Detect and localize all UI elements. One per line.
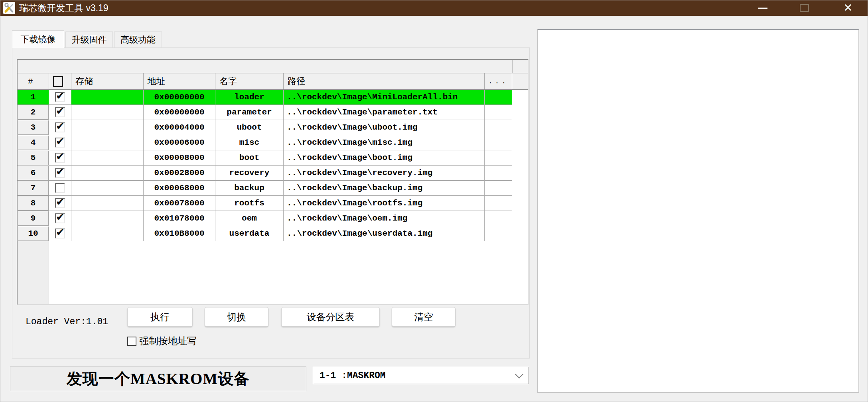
clear-button[interactable]: 清空 [392,307,456,327]
row-checkbox[interactable] [55,183,65,193]
address-cell[interactable]: 0x01078000 [144,211,215,226]
name-cell[interactable]: loader [215,90,284,105]
address-cell[interactable]: 0x00004000 [144,120,215,135]
row-checkbox[interactable]: ✔ [55,92,65,102]
row-checkbox[interactable]: ✔ [55,107,65,117]
address-cell[interactable]: 0x00078000 [144,196,215,211]
name-cell[interactable]: userdata [215,226,284,241]
row-checkbox-cell[interactable]: ✔ [49,135,71,150]
row-index-cell[interactable]: 6 [18,166,49,181]
table-row[interactable]: 3✔0x00004000uboot..\rockdev\Image\uboot.… [18,120,528,135]
path-cell[interactable]: ..\rockdev\Image\userdata.img [284,226,485,241]
switch-button[interactable]: 切换 [205,307,268,327]
row-index-cell[interactable]: 1 [18,90,49,105]
name-cell[interactable]: parameter [215,105,284,120]
row-index-cell[interactable]: 3 [18,120,49,135]
device-select[interactable]: 1-1 :MASKROM [313,367,529,384]
row-index-cell[interactable]: 2 [18,105,49,120]
row-checkbox-cell[interactable]: ✔ [49,196,71,211]
table-row[interactable]: 1✔0x00000000loader..\rockdev\Image\MiniL… [18,90,528,105]
table-row[interactable]: 2✔0x00000000parameter..\rockdev\Image\pa… [18,105,528,120]
address-cell[interactable]: 0x00068000 [144,181,215,196]
storage-cell[interactable] [71,90,144,105]
name-cell[interactable]: recovery [215,166,284,181]
path-cell[interactable]: ..\rockdev\Image\recovery.img [284,166,485,181]
row-checkbox[interactable]: ✔ [55,229,65,238]
row-index-cell[interactable]: 5 [18,150,49,166]
tab-upgrade-firmware[interactable]: 升级固件 [65,32,113,47]
minimize-button[interactable] [750,0,775,16]
path-cell[interactable]: ..\rockdev\Image\rootfs.img [284,196,485,211]
force-address-write-checkbox[interactable]: 强制按地址写 [127,335,197,347]
row-checkbox-cell[interactable]: ✔ [49,166,71,181]
address-cell[interactable]: 0x00000000 [144,105,215,120]
more-cell[interactable] [485,150,512,166]
name-cell[interactable]: rootfs [215,196,284,211]
row-checkbox[interactable]: ✔ [55,138,65,148]
row-checkbox-cell[interactable] [49,181,71,196]
address-cell[interactable]: 0x00000000 [144,90,215,105]
more-cell[interactable] [485,166,512,181]
row-checkbox[interactable]: ✔ [55,153,65,163]
more-cell[interactable] [485,90,512,105]
tab-download-image[interactable]: 下载镜像 [12,30,64,48]
storage-cell[interactable] [71,105,144,120]
run-button[interactable]: 执行 [127,307,193,327]
path-cell[interactable]: ..\rockdev\Image\uboot.img [284,120,485,135]
more-cell[interactable] [485,196,512,211]
name-cell[interactable]: uboot [215,120,284,135]
tab-advanced-function[interactable]: 高级功能 [114,32,162,47]
name-cell[interactable]: oem [215,211,284,226]
row-index-cell[interactable]: 10 [18,226,49,241]
table-row[interactable]: 5✔0x00008000boot..\rockdev\Image\boot.im… [18,150,528,166]
name-cell[interactable]: boot [215,150,284,166]
address-cell[interactable]: 0x00008000 [144,150,215,166]
table-row[interactable]: 70x00068000backup..\rockdev\Image\backup… [18,181,528,196]
path-cell[interactable]: ..\rockdev\Image\misc.img [284,135,485,150]
path-cell[interactable]: ..\rockdev\Image\MiniLoaderAll.bin [284,90,485,105]
row-checkbox-cell[interactable]: ✔ [49,150,71,166]
storage-cell[interactable] [71,120,144,135]
row-checkbox[interactable]: ✔ [55,213,65,223]
maximize-button[interactable] [791,0,817,16]
storage-cell[interactable] [71,150,144,166]
path-cell[interactable]: ..\rockdev\Image\oem.img [284,211,485,226]
table-row[interactable]: 8✔0x00078000rootfs..\rockdev\Image\rootf… [18,196,528,211]
row-checkbox-cell[interactable]: ✔ [49,211,71,226]
partition-table[interactable]: # 存储 地址 名字 路径 ... 1✔0x00000000loader..\r… [17,59,529,305]
table-row[interactable]: 6✔0x00028000recovery..\rockdev\Image\rec… [18,166,528,181]
storage-cell[interactable] [71,135,144,150]
more-cell[interactable] [485,211,512,226]
row-checkbox-cell[interactable]: ✔ [49,226,71,241]
storage-cell[interactable] [71,226,144,241]
row-index-cell[interactable]: 7 [18,181,49,196]
more-cell[interactable] [485,181,512,196]
row-index-cell[interactable]: 8 [18,196,49,211]
address-cell[interactable]: 0x00028000 [144,166,215,181]
name-cell[interactable]: misc [215,135,284,150]
row-checkbox-cell[interactable]: ✔ [49,105,71,120]
more-cell[interactable] [485,105,512,120]
more-cell[interactable] [485,120,512,135]
row-checkbox-cell[interactable]: ✔ [49,120,71,135]
row-checkbox-cell[interactable]: ✔ [49,90,71,105]
close-button[interactable]: ✕ [833,0,863,16]
more-cell[interactable] [485,226,512,241]
table-row[interactable]: 10✔0x010B8000userdata..\rockdev\Image\us… [18,226,528,241]
storage-cell[interactable] [71,196,144,211]
address-cell[interactable]: 0x00006000 [144,135,215,150]
table-row[interactable]: 9✔0x01078000oem..\rockdev\Image\oem.img [18,211,528,226]
row-index-cell[interactable]: 9 [18,211,49,226]
storage-cell[interactable] [71,211,144,226]
row-checkbox[interactable]: ✔ [55,168,65,178]
name-cell[interactable]: backup [215,181,284,196]
table-row[interactable]: 4✔0x00006000misc..\rockdev\Image\misc.im… [18,135,528,150]
row-index-cell[interactable]: 4 [18,135,49,150]
path-cell[interactable]: ..\rockdev\Image\backup.img [284,181,485,196]
partition-table-button[interactable]: 设备分区表 [281,307,380,327]
address-cell[interactable]: 0x010B8000 [144,226,215,241]
path-cell[interactable]: ..\rockdev\Image\boot.img [284,150,485,166]
row-checkbox[interactable]: ✔ [55,198,65,208]
path-cell[interactable]: ..\rockdev\Image\parameter.txt [284,105,485,120]
storage-cell[interactable] [71,166,144,181]
